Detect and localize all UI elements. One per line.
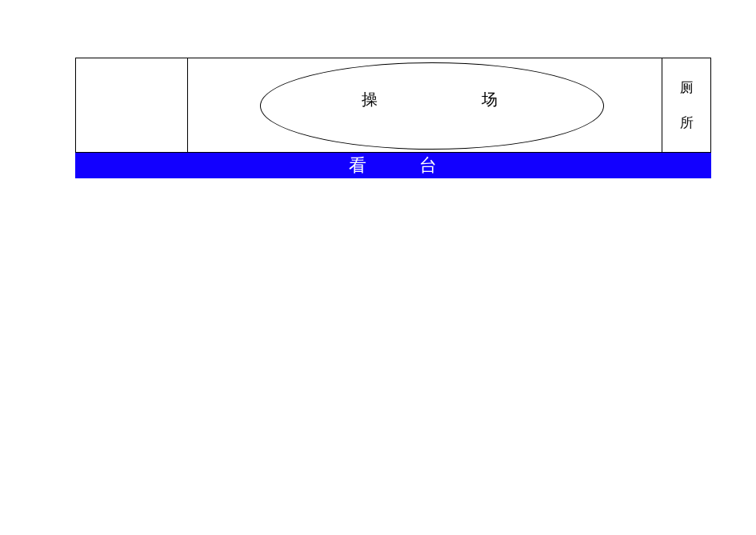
toilet-char-2: 所 (680, 114, 694, 132)
left-empty-box (75, 58, 187, 153)
track-ellipse: 操 场 (260, 62, 604, 150)
upper-row: 操 场 厕 所 (75, 58, 711, 153)
toilet-box: 厕 所 (662, 58, 711, 153)
grandstand-label: 看 台 (349, 154, 454, 178)
toilet-char-1: 厕 (680, 78, 694, 97)
layout-diagram: 操 场 厕 所 看 台 (75, 58, 711, 178)
grandstand-bar: 看 台 (75, 153, 711, 178)
field-label: 操 场 (362, 89, 522, 110)
field-box: 操 场 (187, 58, 662, 153)
